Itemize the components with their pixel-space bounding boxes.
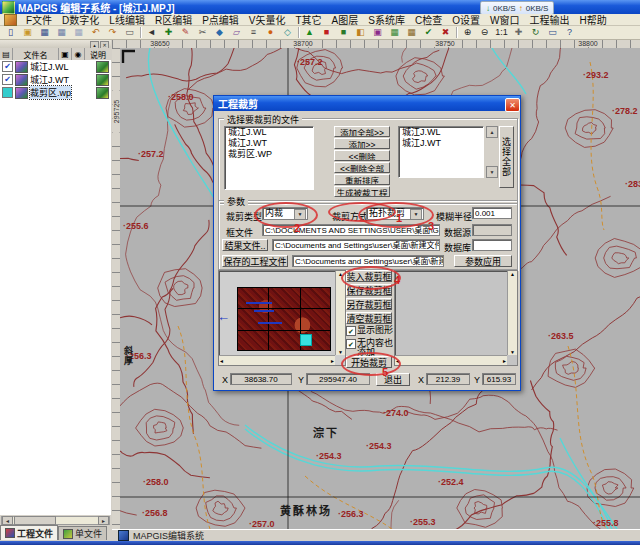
pan-icon[interactable]: ✚: [510, 25, 527, 40]
select-all-button[interactable]: 选择全部: [499, 126, 514, 188]
undo-icon[interactable]: ↶: [87, 25, 104, 40]
selected-file-item[interactable]: 城江J.WL: [399, 127, 483, 138]
open-project-icon[interactable]: ▣: [19, 25, 36, 40]
clip-frame-preview[interactable]: ← ▲▼ ◄►: [218, 270, 346, 366]
save-project-button[interactable]: 保存的工程文件: [222, 255, 288, 267]
show-graphics-checkbox[interactable]: ✔: [346, 326, 356, 336]
add-all-button[interactable]: 添加全部>>: [334, 126, 390, 137]
menu-item-13[interactable]: H帮助: [574, 12, 611, 27]
desc-column[interactable]: 说明: [85, 48, 111, 60]
scroll-left-icon[interactable]: ◄: [2, 516, 13, 525]
fuzzy-radius-label: 模糊半径: [436, 210, 472, 223]
polygon-icon[interactable]: ▱: [228, 25, 245, 40]
status-icon: [118, 530, 129, 541]
dialog-title-bar[interactable]: 工程裁剪: [214, 96, 520, 111]
reorder-button[interactable]: 重新排序: [334, 174, 390, 185]
print-icon[interactable]: ▭: [121, 25, 138, 40]
file-name[interactable]: 裁剪区.wp: [30, 86, 71, 99]
ruler-tick-38750: 38750: [433, 40, 456, 47]
add-button[interactable]: 添加>>: [334, 138, 390, 149]
scroll-thumb[interactable]: [14, 516, 56, 525]
new-file-icon[interactable]: ▯: [2, 25, 19, 40]
node-icon[interactable]: ●: [262, 25, 279, 40]
dialog-close-icon[interactable]: ✕: [505, 98, 520, 112]
tab-single-file[interactable]: 单文件: [58, 526, 107, 540]
zoom-in-icon[interactable]: ⊕: [459, 25, 476, 40]
attribute-icon[interactable]: ≡: [245, 25, 262, 40]
zoom-1-1-icon[interactable]: 1:1: [493, 25, 510, 40]
redo-icon[interactable]: ↷: [104, 25, 121, 40]
file-name-column[interactable]: 文件名: [13, 48, 59, 60]
add-point-icon[interactable]: ✚: [160, 25, 177, 40]
result-file-button[interactable]: 结果文件..: [222, 239, 268, 251]
save-as-clip-frame-button[interactable]: 另存裁剪框: [346, 298, 392, 310]
file-type-icon: [15, 74, 28, 86]
save-copy-icon[interactable]: ▦: [70, 25, 87, 40]
apply-params-button[interactable]: 参数应用: [454, 255, 512, 267]
database-input[interactable]: [472, 239, 512, 251]
clear-clip-frame-button[interactable]: 清空裁剪框: [346, 312, 392, 324]
help-icon[interactable]: ?: [561, 25, 578, 40]
add-even-empty-checkbox[interactable]: ✔: [346, 339, 356, 349]
tab-project-file[interactable]: 工程文件: [0, 525, 58, 540]
pointer-icon[interactable]: ◄: [143, 25, 160, 40]
file-row-1[interactable]: ✔城江J.WT: [0, 73, 111, 86]
check-icon[interactable]: ✔: [420, 25, 437, 40]
state-column-icon[interactable]: ▣: [59, 48, 72, 60]
selected-file-list[interactable]: 城江J.WL城江J.WT: [398, 126, 484, 178]
fill-red-icon[interactable]: ■: [318, 25, 335, 40]
tab-icon: [5, 528, 15, 538]
refresh-icon[interactable]: ↻: [527, 25, 544, 40]
zoom-out-icon[interactable]: ⊖: [476, 25, 493, 40]
move-node-icon[interactable]: ◆: [211, 25, 228, 40]
file-visible-checkbox[interactable]: ✔: [2, 61, 13, 72]
remove-button[interactable]: <<删除: [334, 150, 390, 161]
delete-icon[interactable]: ✖: [437, 25, 454, 40]
app-icon: [2, 1, 15, 14]
datasource-input[interactable]: [472, 224, 512, 236]
checkbox-label: 显示图形: [357, 326, 395, 335]
file-visible-checkbox[interactable]: [2, 87, 13, 98]
eye-column-icon[interactable]: ◉: [72, 48, 85, 60]
palette-icon[interactable]: ◧: [352, 25, 369, 40]
source-file-list[interactable]: 城江J.WL城江J.WT裁剪区.WP: [224, 126, 314, 190]
source-file-item[interactable]: 裁剪区.WP: [225, 149, 313, 160]
result-preview[interactable]: ▲▼ ◄►: [394, 270, 518, 366]
remove-all-button[interactable]: <<删除全部: [334, 162, 390, 173]
clip-region-marker: [300, 334, 312, 346]
grid-icon[interactable]: ▦: [386, 25, 403, 40]
left-y-label: Y: [298, 375, 304, 385]
fuzzy-radius-input[interactable]: 0.001: [472, 207, 512, 219]
result-file-path[interactable]: C:\Documents and Settings\user\桌面\新建文件夹\…: [272, 239, 440, 251]
file-name[interactable]: 城江J.WL: [30, 60, 69, 73]
file-row-2[interactable]: 裁剪区.wp: [0, 86, 111, 99]
list-scroll-up-icon[interactable]: ▲: [486, 126, 498, 138]
edit-line-icon[interactable]: ✎: [177, 25, 194, 40]
elevation-label: ·257.2: [138, 149, 164, 159]
cut-icon[interactable]: ✂: [194, 25, 211, 40]
panel-hscrollbar[interactable]: ◄ ►: [1, 516, 110, 525]
stamp-icon[interactable]: ▣: [369, 25, 386, 40]
topology-icon[interactable]: ◇: [279, 25, 296, 40]
preview-hscrollbar[interactable]: ◄►: [219, 355, 335, 365]
result-hscrollbar[interactable]: ◄►: [395, 355, 507, 365]
save-all-icon[interactable]: ▦: [53, 25, 70, 40]
file-row-0[interactable]: ✔城江J.WL: [0, 60, 111, 73]
window-icon[interactable]: ▭: [544, 25, 561, 40]
generate-clipped-project-button[interactable]: 生成被裁工程: [334, 186, 390, 197]
save-icon[interactable]: ▦: [36, 25, 53, 40]
tree-icon[interactable]: ▲: [301, 25, 318, 40]
file-name[interactable]: 城江J.WT: [30, 73, 69, 86]
file-visible-checkbox[interactable]: ✔: [2, 74, 13, 85]
list-scroll-down-icon[interactable]: ▼: [486, 166, 498, 178]
system-menu-icon[interactable]: [4, 14, 17, 26]
selected-file-item[interactable]: 城江J.WT: [399, 138, 483, 149]
scroll-right-icon[interactable]: ►: [98, 516, 109, 525]
result-vscrollbar[interactable]: ▲▼: [507, 271, 517, 355]
toolbar-separator: [140, 27, 141, 38]
table-icon[interactable]: ▦: [403, 25, 420, 40]
source-file-item[interactable]: 城江J.WT: [225, 138, 313, 149]
source-file-item[interactable]: 城江J.WL: [225, 127, 313, 138]
elevation-label: ·274.0: [383, 408, 409, 418]
fill-green-icon[interactable]: ■: [335, 25, 352, 40]
